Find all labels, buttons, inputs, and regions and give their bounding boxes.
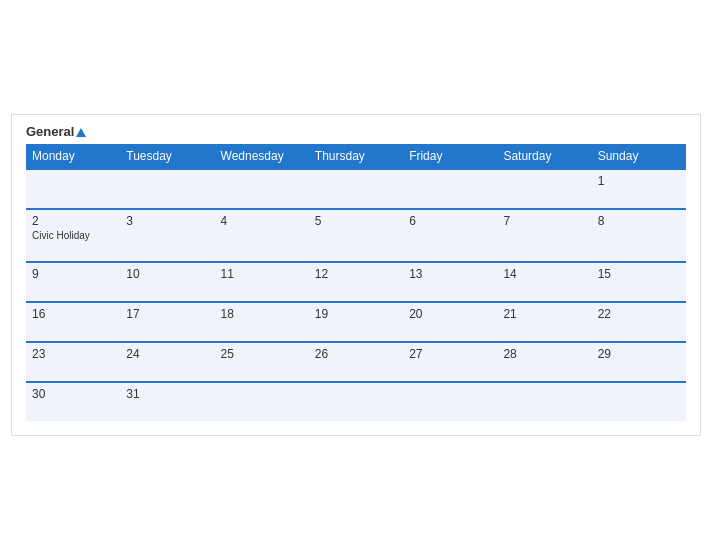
calendar-cell: 10 [120, 262, 214, 302]
day-number: 14 [503, 267, 585, 281]
calendar-cell [497, 382, 591, 421]
calendar-cell: 28 [497, 342, 591, 382]
calendar-cell [497, 169, 591, 209]
calendar-cell: 15 [592, 262, 686, 302]
calendar-cell [403, 169, 497, 209]
day-number: 13 [409, 267, 491, 281]
calendar-cell: 11 [215, 262, 309, 302]
calendar-cell [592, 382, 686, 421]
calendar-week-row: 23242526272829 [26, 342, 686, 382]
calendar-cell [215, 382, 309, 421]
calendar-cell: 3 [120, 209, 214, 262]
calendar-cell [215, 169, 309, 209]
day-number: 30 [32, 387, 114, 401]
calendar-cell: 5 [309, 209, 403, 262]
day-number: 5 [315, 214, 397, 228]
calendar-cell: 18 [215, 302, 309, 342]
calendar-cell: 23 [26, 342, 120, 382]
calendar-cell: 31 [120, 382, 214, 421]
day-header-monday: Monday [26, 144, 120, 169]
day-number: 24 [126, 347, 208, 361]
day-number: 4 [221, 214, 303, 228]
day-number: 27 [409, 347, 491, 361]
calendar-week-row: 2Civic Holiday345678 [26, 209, 686, 262]
day-header-tuesday: Tuesday [120, 144, 214, 169]
day-number: 23 [32, 347, 114, 361]
calendar-cell [26, 169, 120, 209]
calendar-cell: 2Civic Holiday [26, 209, 120, 262]
calendar: General MondayTuesdayWednesdayThursdayFr… [11, 114, 701, 436]
day-number: 20 [409, 307, 491, 321]
day-number: 26 [315, 347, 397, 361]
calendar-cell: 16 [26, 302, 120, 342]
calendar-cell: 30 [26, 382, 120, 421]
day-number: 25 [221, 347, 303, 361]
calendar-grid: MondayTuesdayWednesdayThursdayFridaySatu… [26, 144, 686, 421]
calendar-week-row: 16171819202122 [26, 302, 686, 342]
calendar-cell [120, 169, 214, 209]
calendar-cell: 7 [497, 209, 591, 262]
calendar-cell: 24 [120, 342, 214, 382]
logo-triangle-icon [76, 128, 86, 137]
calendar-cell: 22 [592, 302, 686, 342]
day-header-wednesday: Wednesday [215, 144, 309, 169]
day-number: 17 [126, 307, 208, 321]
day-header-sunday: Sunday [592, 144, 686, 169]
calendar-cell [309, 169, 403, 209]
calendar-cell: 29 [592, 342, 686, 382]
holiday-label: Civic Holiday [32, 230, 114, 241]
calendar-header: General [26, 125, 686, 138]
day-number: 16 [32, 307, 114, 321]
calendar-cell: 14 [497, 262, 591, 302]
calendar-cell: 19 [309, 302, 403, 342]
calendar-cell: 6 [403, 209, 497, 262]
calendar-cell [309, 382, 403, 421]
calendar-cell: 20 [403, 302, 497, 342]
day-number: 1 [598, 174, 680, 188]
logo-general-text: General [26, 125, 86, 138]
day-header-thursday: Thursday [309, 144, 403, 169]
calendar-header-row: MondayTuesdayWednesdayThursdayFridaySatu… [26, 144, 686, 169]
day-header-saturday: Saturday [497, 144, 591, 169]
calendar-cell: 4 [215, 209, 309, 262]
day-number: 12 [315, 267, 397, 281]
calendar-cell: 21 [497, 302, 591, 342]
calendar-cell: 13 [403, 262, 497, 302]
day-number: 7 [503, 214, 585, 228]
day-number: 21 [503, 307, 585, 321]
day-number: 8 [598, 214, 680, 228]
calendar-week-row: 3031 [26, 382, 686, 421]
calendar-cell: 8 [592, 209, 686, 262]
logo: General [26, 125, 86, 138]
day-number: 11 [221, 267, 303, 281]
day-number: 10 [126, 267, 208, 281]
calendar-cell: 9 [26, 262, 120, 302]
calendar-cell [403, 382, 497, 421]
day-number: 15 [598, 267, 680, 281]
day-number: 19 [315, 307, 397, 321]
day-number: 2 [32, 214, 114, 228]
day-number: 9 [32, 267, 114, 281]
calendar-cell: 25 [215, 342, 309, 382]
day-number: 29 [598, 347, 680, 361]
calendar-cell: 1 [592, 169, 686, 209]
calendar-cell: 26 [309, 342, 403, 382]
day-number: 3 [126, 214, 208, 228]
calendar-week-row: 9101112131415 [26, 262, 686, 302]
day-number: 18 [221, 307, 303, 321]
calendar-cell: 12 [309, 262, 403, 302]
day-number: 6 [409, 214, 491, 228]
day-number: 31 [126, 387, 208, 401]
calendar-week-row: 1 [26, 169, 686, 209]
day-number: 28 [503, 347, 585, 361]
calendar-cell: 17 [120, 302, 214, 342]
day-header-friday: Friday [403, 144, 497, 169]
day-number: 22 [598, 307, 680, 321]
calendar-cell: 27 [403, 342, 497, 382]
